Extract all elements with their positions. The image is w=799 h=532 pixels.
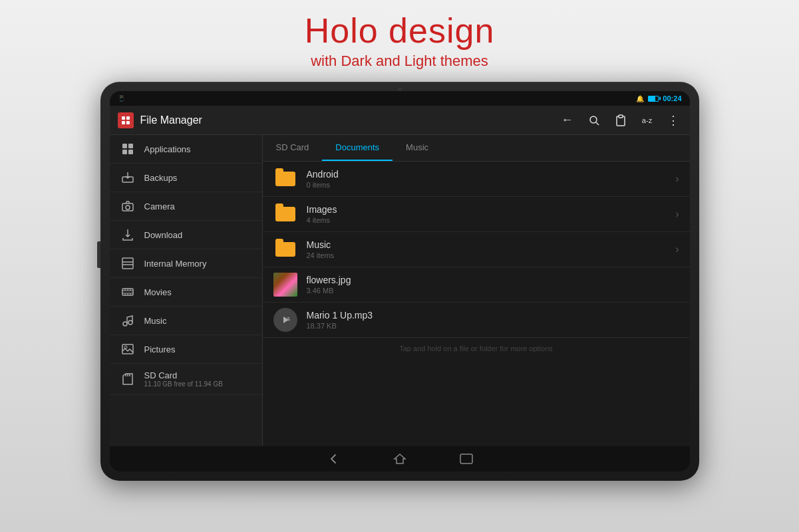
svg-point-27 bbox=[123, 322, 127, 326]
status-left: 📱 bbox=[118, 95, 125, 102]
camera-icon bbox=[120, 199, 135, 213]
svg-rect-15 bbox=[122, 258, 133, 269]
tablet-screen: 📱 🔔 00:24 File Manager bbox=[110, 91, 690, 471]
sd-card-label: SD Card bbox=[144, 370, 223, 380]
tab-music[interactable]: Music bbox=[393, 135, 442, 161]
images-file-name: Images bbox=[307, 204, 667, 215]
mario-file-info: Mario 1 Up.mp3 18.37 KB bbox=[307, 310, 679, 330]
tabs-bar: SD Card Documents Music bbox=[263, 135, 690, 162]
sd-card-icon bbox=[120, 372, 135, 386]
sidebar-item-pictures[interactable]: Pictures bbox=[110, 335, 262, 364]
internal-memory-icon bbox=[120, 256, 135, 271]
android-file-name: Android bbox=[307, 169, 667, 180]
music-label: Music bbox=[144, 316, 167, 326]
download-icon bbox=[120, 227, 135, 242]
camera-label: Camera bbox=[144, 201, 175, 211]
android-file-info: Android 0 items bbox=[307, 169, 667, 189]
android-arrow-icon: › bbox=[675, 173, 679, 185]
svg-rect-7 bbox=[619, 115, 623, 118]
clipboard-button[interactable] bbox=[613, 112, 629, 128]
app-bar-title: File Manager bbox=[140, 114, 559, 126]
music-arrow-icon: › bbox=[675, 243, 679, 255]
status-bar: 📱 🔔 00:24 bbox=[110, 91, 690, 106]
sidebar-item-internal-memory[interactable]: Internal Memory bbox=[110, 249, 262, 278]
flowers-file-name: flowers.jpg bbox=[307, 275, 679, 285]
music-folder-meta: 24 items bbox=[307, 251, 667, 259]
wifi-icon: 🔔 bbox=[636, 95, 644, 102]
movies-icon bbox=[120, 285, 135, 299]
hint-text: Tap and hold on a file or folder for mor… bbox=[263, 338, 690, 359]
sidebar-item-camera[interactable]: Camera bbox=[110, 192, 262, 221]
file-item-images[interactable]: Images 4 items › bbox=[263, 197, 690, 232]
back-button[interactable]: ← bbox=[559, 112, 575, 128]
sidebar-item-applications[interactable]: Applications bbox=[110, 135, 262, 164]
music-folder-name: Music bbox=[307, 239, 667, 250]
file-item-mario[interactable]: Mario 1 Up.mp3 18.37 KB bbox=[263, 303, 690, 338]
mario-file-meta: 18.37 KB bbox=[307, 322, 679, 330]
app-bar-actions: ← a-z ⋮ bbox=[559, 112, 682, 128]
main-content: Applications Backups bbox=[110, 135, 690, 446]
applications-label: Applications bbox=[144, 144, 191, 154]
svg-rect-9 bbox=[128, 144, 133, 148]
folder-icon-images bbox=[273, 202, 297, 226]
svg-rect-1 bbox=[126, 116, 130, 120]
svg-line-5 bbox=[596, 122, 599, 125]
status-time: 00:24 bbox=[663, 94, 681, 102]
header-title: Holo design bbox=[305, 12, 495, 50]
sort-button[interactable]: a-z bbox=[639, 112, 655, 128]
battery-icon bbox=[648, 96, 659, 102]
file-list: Android 0 items › Images 4 items bbox=[263, 162, 690, 446]
volume-rocker[interactable] bbox=[97, 241, 100, 268]
sidebar-item-movies[interactable]: Movies bbox=[110, 278, 262, 307]
file-item-flowers[interactable]: flowers.jpg 3.46 MB bbox=[263, 267, 690, 303]
search-button[interactable] bbox=[586, 112, 602, 128]
app-logo bbox=[118, 112, 134, 128]
music-folder-info: Music 24 items bbox=[307, 239, 667, 259]
sidebar: Applications Backups bbox=[110, 135, 263, 446]
file-item-android[interactable]: Android 0 items › bbox=[263, 162, 690, 197]
sidebar-item-download[interactable]: Download bbox=[110, 221, 262, 249]
images-arrow-icon: › bbox=[675, 208, 679, 220]
file-item-music-folder[interactable]: Music 24 items › bbox=[263, 232, 690, 267]
svg-rect-37 bbox=[460, 454, 472, 464]
header: Holo design with Dark and Light themes bbox=[305, 0, 495, 75]
folder-icon-android bbox=[273, 167, 297, 191]
flowers-file-info: flowers.jpg 3.46 MB bbox=[307, 275, 679, 295]
tab-sd-card[interactable]: SD Card bbox=[263, 135, 323, 161]
flowers-file-meta: 3.46 MB bbox=[307, 287, 679, 295]
more-button[interactable]: ⋮ bbox=[666, 112, 682, 128]
pictures-icon bbox=[120, 342, 135, 356]
svg-rect-2 bbox=[122, 121, 125, 124]
header-subtitle: with Dark and Light themes bbox=[305, 53, 495, 70]
backups-icon bbox=[120, 170, 135, 185]
nav-home-button[interactable] bbox=[393, 452, 406, 466]
tab-documents[interactable]: Documents bbox=[322, 135, 393, 161]
nav-recent-button[interactable] bbox=[460, 454, 473, 464]
svg-point-14 bbox=[126, 205, 130, 209]
sidebar-item-music[interactable]: Music bbox=[110, 307, 262, 335]
svg-rect-11 bbox=[128, 150, 133, 154]
sidebar-item-sd-card[interactable]: SD Card 11.10 GB free of 11.94 GB bbox=[110, 364, 262, 395]
images-file-meta: 4 items bbox=[307, 216, 667, 224]
svg-point-4 bbox=[590, 116, 597, 123]
applications-icon bbox=[120, 142, 135, 156]
svg-rect-8 bbox=[122, 144, 127, 148]
status-right: 🔔 00:24 bbox=[636, 94, 681, 102]
movies-label: Movies bbox=[144, 287, 172, 297]
svg-rect-0 bbox=[122, 116, 125, 120]
tablet-device: 📱 🔔 00:24 File Manager bbox=[100, 82, 699, 481]
content-area: SD Card Documents Music bbox=[263, 135, 690, 446]
nav-back-button[interactable] bbox=[327, 452, 340, 466]
sd-card-sublabel: 11.10 GB free of 11.94 GB bbox=[144, 380, 223, 388]
download-label: Download bbox=[144, 230, 183, 240]
mario-file-name: Mario 1 Up.mp3 bbox=[307, 310, 679, 321]
audio-icon bbox=[273, 308, 297, 332]
backups-label: Backups bbox=[144, 173, 178, 183]
folder-icon-music bbox=[273, 237, 297, 261]
images-file-info: Images 4 items bbox=[307, 204, 667, 224]
sidebar-item-backups[interactable]: Backups bbox=[110, 164, 262, 192]
pictures-label: Pictures bbox=[144, 344, 176, 354]
flowers-thumbnail bbox=[273, 273, 297, 297]
android-file-meta: 0 items bbox=[307, 181, 667, 189]
nav-bar bbox=[110, 446, 690, 471]
